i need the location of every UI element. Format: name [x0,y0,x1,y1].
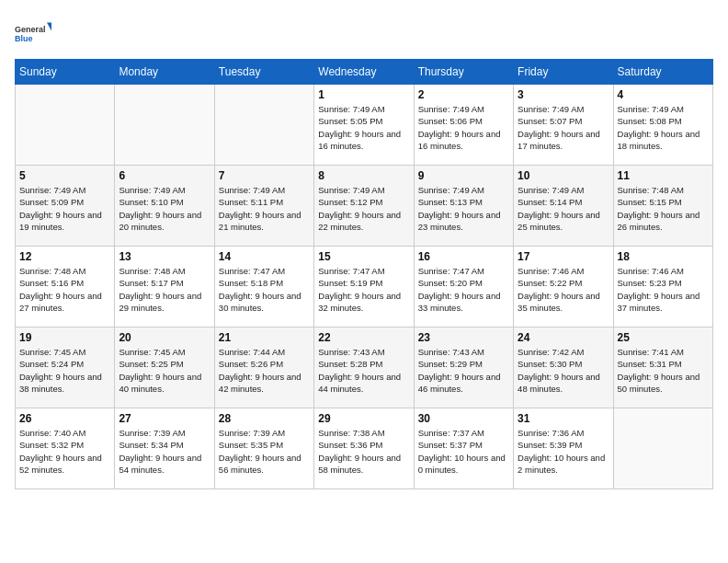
day-number: 10 [518,169,609,182]
day-info: Sunrise: 7:48 AMSunset: 5:15 PMDaylight:… [618,184,709,233]
day-info: Sunrise: 7:49 AMSunset: 5:13 PMDaylight:… [418,184,509,233]
day-info: Sunrise: 7:49 AMSunset: 5:14 PMDaylight:… [518,184,609,233]
column-header-thursday: Thursday [414,60,513,85]
day-info: Sunrise: 7:42 AMSunset: 5:30 PMDaylight:… [518,346,609,395]
calendar-cell: 1Sunrise: 7:49 AMSunset: 5:05 PMDaylight… [314,85,414,166]
day-number: 22 [318,331,409,344]
day-number: 14 [219,250,310,263]
day-number: 29 [318,412,409,425]
calendar-cell: 22Sunrise: 7:43 AMSunset: 5:28 PMDayligh… [314,327,414,408]
day-number: 8 [318,169,409,182]
column-header-sunday: Sunday [16,60,115,85]
day-info: Sunrise: 7:45 AMSunset: 5:25 PMDaylight:… [119,346,210,395]
day-number: 4 [618,88,709,101]
day-info: Sunrise: 7:39 AMSunset: 5:34 PMDaylight:… [119,427,210,476]
calendar-cell: 9Sunrise: 7:49 AMSunset: 5:13 PMDaylight… [414,166,513,247]
day-info: Sunrise: 7:49 AMSunset: 5:12 PMDaylight:… [318,184,409,233]
day-info: Sunrise: 7:41 AMSunset: 5:31 PMDaylight:… [618,346,709,395]
day-number: 20 [119,331,210,344]
calendar-week-row: 12Sunrise: 7:48 AMSunset: 5:16 PMDayligh… [16,247,713,327]
day-number: 12 [19,250,110,263]
day-number: 30 [418,412,509,425]
day-info: Sunrise: 7:47 AMSunset: 5:18 PMDaylight:… [219,265,310,314]
day-number: 21 [219,331,310,344]
calendar-table: SundayMondayTuesdayWednesdayThursdayFrid… [15,59,713,489]
day-info: Sunrise: 7:49 AMSunset: 5:10 PMDaylight:… [119,184,210,233]
day-number: 31 [518,412,609,425]
calendar-cell: 18Sunrise: 7:46 AMSunset: 5:23 PMDayligh… [613,247,712,327]
calendar-cell: 14Sunrise: 7:47 AMSunset: 5:18 PMDayligh… [214,247,313,327]
day-number: 27 [119,412,210,425]
day-number: 5 [19,169,110,182]
logo: General Blue [15,15,51,52]
calendar-cell: 16Sunrise: 7:47 AMSunset: 5:20 PMDayligh… [414,247,513,327]
day-number: 26 [19,412,110,425]
column-header-wednesday: Wednesday [314,60,414,85]
day-info: Sunrise: 7:49 AMSunset: 5:05 PMDaylight:… [318,103,409,152]
calendar-week-row: 1Sunrise: 7:49 AMSunset: 5:05 PMDaylight… [16,85,713,166]
calendar-cell: 28Sunrise: 7:39 AMSunset: 5:35 PMDayligh… [214,408,313,489]
day-number: 25 [618,331,709,344]
calendar-header-row: SundayMondayTuesdayWednesdayThursdayFrid… [16,60,713,85]
column-header-tuesday: Tuesday [214,60,313,85]
day-info: Sunrise: 7:48 AMSunset: 5:17 PMDaylight:… [119,265,210,314]
day-info: Sunrise: 7:39 AMSunset: 5:35 PMDaylight:… [219,427,310,476]
day-number: 16 [418,250,509,263]
calendar-cell: 15Sunrise: 7:47 AMSunset: 5:19 PMDayligh… [314,247,414,327]
day-number: 7 [219,169,310,182]
day-info: Sunrise: 7:47 AMSunset: 5:19 PMDaylight:… [318,265,409,314]
day-info: Sunrise: 7:43 AMSunset: 5:28 PMDaylight:… [318,346,409,395]
calendar-cell: 29Sunrise: 7:38 AMSunset: 5:36 PMDayligh… [314,408,414,489]
day-info: Sunrise: 7:43 AMSunset: 5:29 PMDaylight:… [418,346,509,395]
column-header-friday: Friday [514,60,613,85]
calendar-cell: 27Sunrise: 7:39 AMSunset: 5:34 PMDayligh… [115,408,214,489]
day-info: Sunrise: 7:46 AMSunset: 5:22 PMDaylight:… [518,265,609,314]
day-info: Sunrise: 7:38 AMSunset: 5:36 PMDaylight:… [318,427,409,476]
day-info: Sunrise: 7:46 AMSunset: 5:23 PMDaylight:… [618,265,709,314]
calendar-cell: 10Sunrise: 7:49 AMSunset: 5:14 PMDayligh… [514,166,613,247]
day-number: 17 [518,250,609,263]
day-info: Sunrise: 7:49 AMSunset: 5:07 PMDaylight:… [518,103,609,152]
day-number: 15 [318,250,409,263]
calendar-cell: 5Sunrise: 7:49 AMSunset: 5:09 PMDaylight… [16,166,115,247]
svg-text:Blue: Blue [15,34,33,43]
day-info: Sunrise: 7:49 AMSunset: 5:11 PMDaylight:… [219,184,310,233]
day-number: 1 [318,88,409,101]
logo-svg: General Blue [15,15,51,52]
day-info: Sunrise: 7:36 AMSunset: 5:39 PMDaylight:… [518,427,609,476]
day-number: 2 [418,88,509,101]
day-number: 24 [518,331,609,344]
calendar-cell: 21Sunrise: 7:44 AMSunset: 5:26 PMDayligh… [214,327,313,408]
day-info: Sunrise: 7:49 AMSunset: 5:08 PMDaylight:… [618,103,709,152]
day-info: Sunrise: 7:45 AMSunset: 5:24 PMDaylight:… [19,346,110,395]
day-info: Sunrise: 7:49 AMSunset: 5:06 PMDaylight:… [418,103,509,152]
calendar-cell: 26Sunrise: 7:40 AMSunset: 5:32 PMDayligh… [16,408,115,489]
calendar-cell: 24Sunrise: 7:42 AMSunset: 5:30 PMDayligh… [514,327,613,408]
calendar-cell: 25Sunrise: 7:41 AMSunset: 5:31 PMDayligh… [613,327,712,408]
day-number: 19 [19,331,110,344]
page-header: General Blue [15,15,713,52]
day-info: Sunrise: 7:40 AMSunset: 5:32 PMDaylight:… [19,427,110,476]
calendar-week-row: 19Sunrise: 7:45 AMSunset: 5:24 PMDayligh… [16,327,713,408]
day-number: 9 [418,169,509,182]
calendar-cell: 30Sunrise: 7:37 AMSunset: 5:37 PMDayligh… [414,408,513,489]
calendar-cell: 7Sunrise: 7:49 AMSunset: 5:11 PMDaylight… [214,166,313,247]
calendar-cell [16,85,115,166]
column-header-monday: Monday [115,60,214,85]
calendar-cell: 4Sunrise: 7:49 AMSunset: 5:08 PMDaylight… [613,85,712,166]
calendar-cell [613,408,712,489]
calendar-cell: 20Sunrise: 7:45 AMSunset: 5:25 PMDayligh… [115,327,214,408]
calendar-cell: 12Sunrise: 7:48 AMSunset: 5:16 PMDayligh… [16,247,115,327]
day-info: Sunrise: 7:49 AMSunset: 5:09 PMDaylight:… [19,184,110,233]
calendar-cell: 6Sunrise: 7:49 AMSunset: 5:10 PMDaylight… [115,166,214,247]
calendar-cell: 13Sunrise: 7:48 AMSunset: 5:17 PMDayligh… [115,247,214,327]
day-number: 23 [418,331,509,344]
calendar-week-row: 26Sunrise: 7:40 AMSunset: 5:32 PMDayligh… [16,408,713,489]
day-info: Sunrise: 7:48 AMSunset: 5:16 PMDaylight:… [19,265,110,314]
svg-marker-2 [47,23,51,31]
day-number: 13 [119,250,210,263]
column-header-saturday: Saturday [613,60,712,85]
calendar-week-row: 5Sunrise: 7:49 AMSunset: 5:09 PMDaylight… [16,166,713,247]
calendar-cell: 19Sunrise: 7:45 AMSunset: 5:24 PMDayligh… [16,327,115,408]
day-info: Sunrise: 7:44 AMSunset: 5:26 PMDaylight:… [219,346,310,395]
